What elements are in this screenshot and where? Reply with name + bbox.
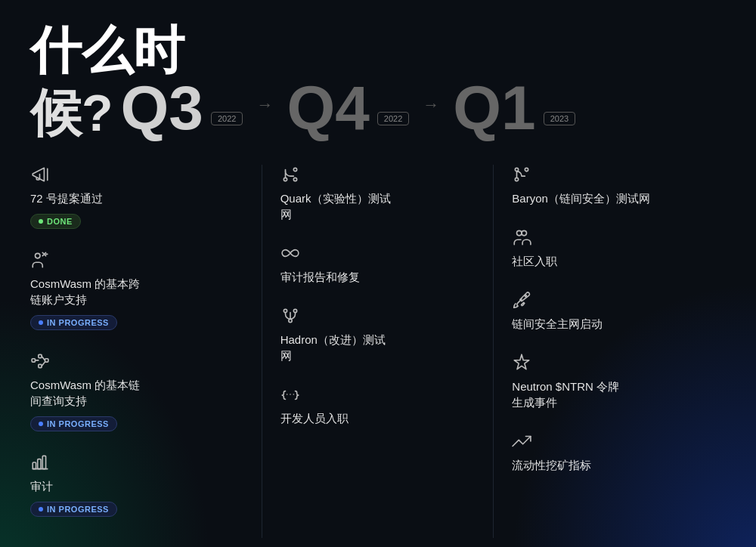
svg-point-19	[525, 295, 527, 296]
code-braces-icon	[280, 385, 479, 404]
q4-item-2: Hadron（改进）测试网	[280, 306, 479, 363]
in-progress-badge-2: IN PROGRESS	[30, 416, 117, 431]
q1-item-4-title: 流动性挖矿指标	[512, 457, 711, 473]
done-badge-dot	[39, 219, 43, 224]
q4-item-1: 审计报告和修复	[280, 243, 479, 285]
chart-bar-icon	[30, 453, 246, 472]
quarters-header-row: 候? Q3 2022 → Q4 2022 → Q1 2023	[30, 79, 726, 138]
git-fork-icon	[280, 306, 479, 326]
q4-item-2-title: Hadron（改进）测试网	[280, 332, 479, 363]
q1-label: Q1	[453, 79, 535, 138]
page-wrapper: 什么时 候? Q3 2022 → Q4 2022 → Q1 2023	[0, 0, 756, 547]
q3-item-1-title: CosmWasm 的基本跨链账户支持	[30, 276, 246, 307]
q4-column: Quark（实验性）测试网 审计报告和修复 Hadron（改进）测试网 开发人员…	[262, 165, 494, 538]
in-progress-label-2: IN PROGRESS	[47, 419, 109, 428]
q4-year: 2022	[377, 112, 409, 125]
content-columns: 72 号提案通过 DONE CosmWasm 的基本跨链账户支持 IN PROG…	[30, 165, 726, 538]
svg-point-17	[517, 230, 522, 236]
in-progress-dot-2	[39, 422, 43, 426]
sparkle-icon	[512, 353, 711, 372]
trending-up-icon	[512, 431, 711, 451]
q3-item-0: 72 号提案通过 DONE	[30, 165, 246, 229]
rocket-icon	[512, 290, 711, 310]
svg-point-0	[36, 253, 41, 258]
q4-item-1-title: 审计报告和修复	[280, 269, 479, 285]
in-progress-badge-3: IN PROGRESS	[30, 502, 117, 517]
title-line1: 什么时	[30, 24, 726, 76]
q4-item-0: Quark（实验性）测试网	[280, 165, 479, 222]
q1-item-0-title: Baryon（链间安全）测试网	[512, 190, 711, 206]
q1-block: Q1 2023	[453, 79, 575, 138]
q3-item-3-title: 审计	[30, 478, 246, 494]
done-badge: DONE	[30, 214, 81, 229]
q1-item-2: 链间安全主网启动	[512, 290, 711, 332]
megaphone-icon	[30, 165, 246, 184]
q4-label: Q4	[287, 79, 369, 138]
in-progress-label-3: IN PROGRESS	[47, 505, 109, 514]
q1-item-0: Baryon（链间安全）测试网	[512, 165, 711, 206]
q1-item-3: Neutron $NTRN 令牌生成事件	[512, 353, 711, 410]
q1-item-4: 流动性挖矿指标	[512, 431, 711, 473]
network-icon	[30, 351, 246, 371]
users-cross-icon	[30, 250, 246, 270]
svg-rect-5	[33, 462, 36, 469]
svg-rect-7	[42, 456, 45, 468]
infinity-icon	[280, 243, 479, 263]
q1-item-2-title: 链间安全主网启动	[512, 316, 711, 332]
q1-item-1-title: 社区入职	[512, 253, 711, 269]
q3-item-0-title: 72 号提案通过	[30, 190, 246, 206]
in-progress-label-1: IN PROGRESS	[47, 318, 109, 327]
in-progress-badge-1: IN PROGRESS	[30, 315, 117, 330]
q4-item-3-title: 开发人员入职	[280, 410, 479, 426]
page-title: 什么时	[30, 24, 726, 76]
q4-block: Q4 2022	[287, 79, 409, 138]
q1-item-1: 社区入职	[512, 227, 711, 269]
users-group-icon	[512, 227, 711, 247]
svg-point-10	[293, 178, 296, 181]
done-badge-label: DONE	[47, 217, 73, 226]
q1-item-3-title: Neutron $NTRN 令牌生成事件	[512, 379, 711, 410]
svg-rect-6	[38, 459, 41, 469]
in-progress-dot-3	[39, 507, 43, 511]
q3-item-1: CosmWasm 的基本跨链账户支持 IN PROGRESS	[30, 250, 246, 330]
q4-item-0-title: Quark（实验性）测试网	[280, 190, 479, 222]
arrow-1: →	[256, 95, 273, 115]
git-branch-2-icon	[512, 165, 711, 184]
q3-column: 72 号提案通过 DONE CosmWasm 的基本跨链账户支持 IN PROG…	[30, 165, 262, 538]
q3-item-2: CosmWasm 的基本链间查询支持 IN PROGRESS	[30, 351, 246, 431]
title-line2: 候?	[30, 88, 113, 138]
svg-point-9	[293, 168, 296, 171]
q4-item-3: 开发人员入职	[280, 385, 479, 426]
q1-column: Baryon（链间安全）测试网 社区入职 链间安全主网启动 Neutron $N…	[494, 165, 726, 538]
in-progress-dot-1	[39, 320, 43, 325]
title-q3-block: 候? Q3 2022	[30, 79, 243, 138]
git-branch-icon	[280, 165, 479, 184]
svg-point-18	[522, 230, 527, 236]
q3-item-2-title: CosmWasm 的基本链间查询支持	[30, 377, 246, 409]
arrow-2: →	[423, 95, 439, 115]
q3-label: Q3	[121, 79, 203, 138]
q3-year: 2022	[211, 112, 243, 125]
q1-year: 2023	[544, 112, 575, 125]
q3-item-3: 审计 IN PROGRESS	[30, 453, 246, 517]
